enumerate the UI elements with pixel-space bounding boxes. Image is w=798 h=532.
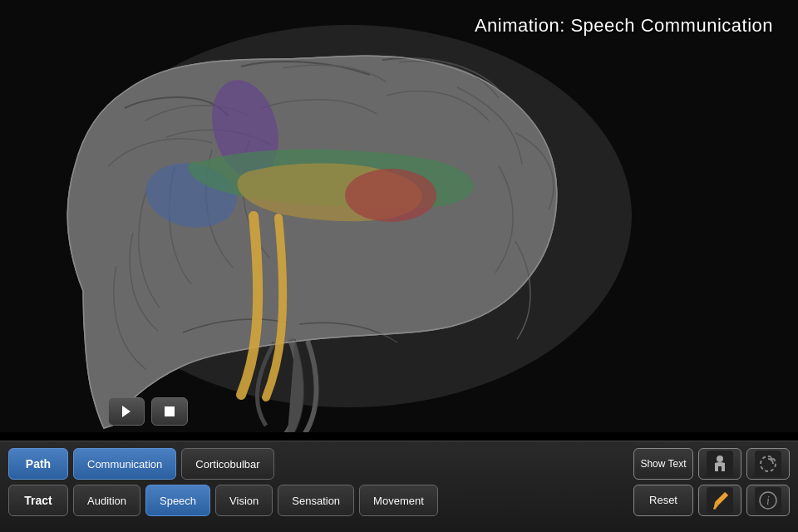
svg-marker-5 xyxy=(122,406,131,417)
svg-text:i: i xyxy=(766,495,770,507)
tract-row: Tract Audition Speech Vision Sensation M… xyxy=(8,485,623,516)
vision-button[interactable]: Vision xyxy=(215,485,273,516)
speech-button[interactable]: Speech xyxy=(145,485,210,516)
info-icon-button[interactable]: i xyxy=(746,485,790,516)
show-text-button[interactable]: Show Text xyxy=(633,448,693,480)
audition-button[interactable]: Audition xyxy=(73,485,140,516)
rotate-icon-button[interactable] xyxy=(746,448,790,480)
bottom-toolbar: Path Communication Corticobulbar Tract A… xyxy=(0,441,798,532)
left-section: Path Communication Corticobulbar Tract A… xyxy=(8,448,623,516)
communication-button[interactable]: Communication xyxy=(73,448,176,480)
svg-point-8 xyxy=(717,456,723,462)
animation-title: Animation: Speech Communication xyxy=(475,15,773,37)
brain-visualization: Animation: Speech Communication xyxy=(0,0,798,432)
right-row-2: Reset i xyxy=(633,485,790,516)
stop-button[interactable] xyxy=(151,397,188,426)
movement-button[interactable]: Movement xyxy=(359,485,438,516)
play-controls xyxy=(108,397,188,426)
corticobulbar-button[interactable]: Corticobulbar xyxy=(181,448,273,480)
play-button[interactable] xyxy=(108,397,145,426)
right-section: Show Text Res xyxy=(623,448,790,516)
sensation-button[interactable]: Sensation xyxy=(278,485,354,516)
path-label[interactable]: Path xyxy=(8,448,68,480)
svg-rect-6 xyxy=(165,406,175,416)
reset-button[interactable]: Reset xyxy=(633,485,693,516)
figure-icon-button[interactable] xyxy=(698,448,741,480)
tract-label[interactable]: Tract xyxy=(8,485,68,516)
right-row-1: Show Text xyxy=(633,448,790,480)
svg-rect-9 xyxy=(755,451,781,477)
path-row: Path Communication Corticobulbar xyxy=(8,448,623,480)
brush-icon-button[interactable] xyxy=(698,485,741,516)
